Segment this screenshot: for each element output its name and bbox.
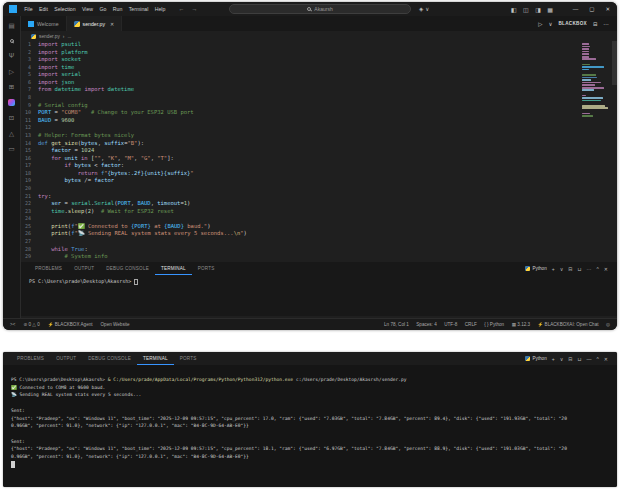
minimap-line [582,102,584,104]
blackboxai-open-chat[interactable]: ⚡ BLACKBOXAI: Open Chat [538,322,599,327]
terminal-shell-label[interactable]: Python [525,356,546,361]
chat-icon[interactable]: ▭ [8,145,14,152]
terminal-dropdown-button[interactable]: ∨ [560,266,564,272]
menu-edit[interactable]: Edit [36,2,51,16]
customize-layout-button[interactable]: ▦ [547,6,553,13]
panel-tab-ports[interactable]: PORTS [192,262,221,275]
more-actions-icon[interactable]: ⋯ [604,21,610,27]
blackbox-agent[interactable]: ⚡ BLACKBOX Agent [48,322,93,327]
code-token: /= [81,177,94,183]
new-terminal-button[interactable]: + [552,356,555,362]
panel-tab-terminal[interactable]: TERMINAL [155,262,192,275]
split-terminal-button[interactable]: ⊟ [568,356,572,362]
minimap[interactable] [582,43,610,118]
cursor-position[interactable]: Ln 78, Col 1 [384,322,409,327]
editor-actions: ▷ ∨ BLACKBOX ⊟ ⋯ [538,16,617,31]
panel-tab-ports[interactable]: PORTS [174,352,203,365]
command-center-search[interactable]: Akaursh [229,4,411,14]
explorer-icon[interactable]: ▤ [8,22,14,29]
encoding[interactable]: UTF-8 [444,322,457,327]
close-panel-button[interactable]: ✕ [604,266,608,272]
eol-sequence[interactable]: CRLF [465,322,477,327]
indentation[interactable]: Spaces: 4 [416,322,436,327]
open-website[interactable]: Open Website [101,322,130,327]
terminal-dropdown-button[interactable]: ∨ [560,356,564,362]
status-bar-left: ><⊘ 0 △ 0⚡ BLACKBOX AgentOpen Website [10,322,130,327]
run-python-file-button[interactable]: ▷ [538,21,542,27]
menu-file[interactable]: File [21,2,36,16]
panel-tab-problems[interactable]: PROBLEMS [29,262,68,275]
blackbox-ai-icon[interactable] [8,99,15,106]
code-editor[interactable]: 1import psutil2import platform3import so… [21,41,617,262]
menu-help[interactable]: Help [152,2,169,16]
toggle-primary-sidebar-button[interactable]: ◧ [511,6,517,13]
close-panel-button[interactable]: ✕ [604,356,608,362]
run-debug-icon[interactable]: ▷ [9,68,14,75]
code-token: {unit} [144,170,164,176]
panel-tab-output[interactable]: OUTPUT [50,352,82,365]
toggle-secondary-sidebar-button[interactable]: ◨ [535,6,541,13]
line-number: 16 [21,155,38,163]
kill-terminal-button[interactable]: ⊔ [578,356,582,362]
panel-tab-problems[interactable]: PROBLEMS [11,352,50,365]
minimize-panel-button[interactable]: — [586,356,591,362]
kill-terminal-button[interactable]: ⊔ [578,266,582,272]
problems-counts[interactable]: ⊘ 0 △ 0 [23,322,39,327]
remote-explorer-icon[interactable]: ⊡ [9,114,14,121]
panel-tab-output[interactable]: OUTPUT [68,262,100,275]
maximize-panel-button[interactable]: ^ [596,266,598,272]
extensions-icon[interactable]: ⊞ [9,83,14,90]
copilot-menu[interactable]: ◈ ∨ [419,2,429,16]
split-terminal-button[interactable]: ⊟ [568,266,572,272]
tab-sender-py[interactable]: sender.py ✕ [67,16,123,31]
remote-indicator[interactable]: >< [10,322,15,327]
menu-selection[interactable]: Selection [51,2,79,16]
terminal-shell-label[interactable]: Python [525,266,546,271]
run-dropdown-icon[interactable]: ∨ [548,21,552,27]
testing-icon[interactable]: △ [9,130,14,137]
code-line: 9# Serial config [21,102,617,110]
line-number: 25 [21,223,38,231]
line-number: 28 [21,246,38,254]
maximize-panel-button[interactable]: ^ [596,356,598,362]
minimize-button[interactable]: — [573,6,579,12]
python-icon [525,356,530,361]
code-token: ) [207,223,210,229]
breadcrumb[interactable]: sender.py › ... [21,31,617,41]
python-version[interactable]: ▦ 3.12.3 [512,322,530,327]
code-line: 22 ser = serial.Serial(PORT, BAUD, timeo… [21,200,617,208]
terminal-panel[interactable]: PS C:\Users\prade\Desktop\Akasrsh> [21,275,617,316]
close-icon[interactable]: ✕ [110,21,114,27]
breadcrumb-section[interactable]: ... [67,34,71,39]
panel-tab-terminal[interactable]: TERMINAL [137,352,174,365]
menu-run[interactable]: Run [110,2,126,16]
notifications-bell[interactable]: ◎ [606,322,610,327]
code-token: import [38,49,61,55]
forward-icon[interactable]: → [192,6,198,12]
menu-go[interactable]: Go [96,2,109,16]
blackbox-button[interactable]: BLACKBOX [558,21,586,26]
breadcrumb-file[interactable]: sender.py [39,34,60,39]
source-control-icon[interactable]: Ψ [9,52,14,59]
search-icon[interactable] [10,39,14,43]
terminal-line: PS C:\Users\prade\Desktop\Akasrsh> & C:/… [11,376,617,384]
language-mode[interactable]: { } Python [484,322,504,327]
tab-welcome[interactable]: Welcome [21,16,67,31]
panel-tab-debug-console[interactable]: DEBUG CONSOLE [100,262,155,275]
code-token: get_size [51,140,78,146]
code-text: import serial [38,71,81,79]
menu-terminal[interactable]: Terminal [126,2,152,16]
new-terminal-button[interactable]: + [552,266,555,272]
line-number: 26 [21,230,38,238]
terminal-body[interactable]: PS C:\Users\prade\Desktop\Akasrsh> & C:/… [3,365,617,487]
panel-tab-debug-console[interactable]: DEBUG CONSOLE [82,352,137,365]
toggle-panel-button[interactable]: ◫ [523,6,529,13]
more-actions-button[interactable]: ⋯ [586,266,591,272]
back-icon[interactable]: ← [179,6,185,12]
menu-view[interactable]: View [79,2,97,16]
close-button[interactable]: ✕ [605,6,610,12]
code-token: < [91,162,101,168]
split-editor-icon[interactable]: ⊟ [593,21,598,27]
editor-scrollbar[interactable] [612,41,617,85]
maximize-button[interactable]: ▢ [589,6,594,12]
